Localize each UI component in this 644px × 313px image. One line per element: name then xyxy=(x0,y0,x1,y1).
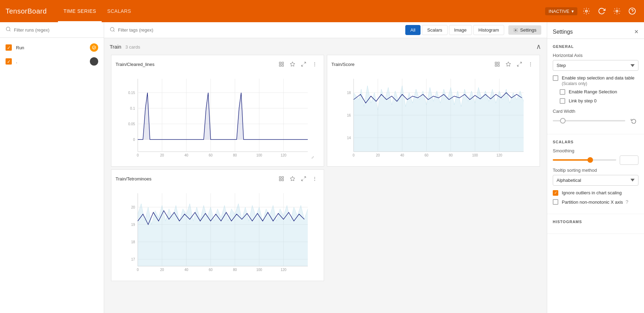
svg-text:20: 20 xyxy=(376,153,380,157)
svg-rect-68 xyxy=(282,179,283,181)
settings-card-width-reset[interactable] xyxy=(629,116,638,126)
svg-text:60: 60 xyxy=(209,153,213,157)
run-item-dot[interactable]: ✓ . xyxy=(0,54,104,68)
svg-text:40: 40 xyxy=(184,153,188,157)
general-settings-icon[interactable] xyxy=(611,5,623,17)
settings-button[interactable]: Settings xyxy=(508,25,541,35)
chart-pin-icon-tetrominoes[interactable] xyxy=(288,174,297,184)
charts-grid: Train/Cleared_lines ⋮ xyxy=(104,53,547,288)
svg-line-13 xyxy=(304,62,306,64)
settings-smoothing-row: 0.6 xyxy=(553,155,638,165)
settings-ignore-outliers-checkbox[interactable]: ✓ xyxy=(553,190,558,196)
settings-smoothing-slider[interactable] xyxy=(553,159,616,161)
settings-smoothing-value-input[interactable]: 0.6 xyxy=(620,155,638,165)
settings-enable-range-checkbox[interactable] xyxy=(560,89,565,95)
chart-title-score: Train/Score xyxy=(331,62,492,67)
filter-tabs: All Scalars Image Histogram xyxy=(405,25,504,35)
svg-rect-69 xyxy=(279,179,281,181)
refresh-icon[interactable] xyxy=(595,5,608,17)
run-item-run[interactable]: ✓ Run xyxy=(0,41,104,54)
tab-histogram[interactable]: Histogram xyxy=(473,25,504,35)
chart-more-icon-tetrominoes[interactable]: ⋮ xyxy=(310,174,320,184)
chart-more-icon-score[interactable]: ⋮ xyxy=(526,59,535,69)
settings-link-step-row: Link by step 0 xyxy=(560,98,638,104)
charts-wrapper: Train 3 cards ∧ Train/Cleared_lines xyxy=(104,38,547,313)
settings-panel-title: Settings xyxy=(553,29,573,35)
svg-text:18: 18 xyxy=(347,91,351,95)
tab-image[interactable]: Image xyxy=(449,25,472,35)
chart-fit-icon-tetrominoes[interactable] xyxy=(277,174,286,184)
run-checkbox-run[interactable]: ✓ xyxy=(6,44,12,51)
svg-rect-9 xyxy=(279,62,281,64)
settings-general-section: GENERAL Horizontal Axis Step Relative Wa… xyxy=(547,39,644,134)
svg-text:60: 60 xyxy=(209,268,213,272)
svg-text:120: 120 xyxy=(281,268,287,272)
settings-enable-step-checkbox[interactable] xyxy=(553,75,558,81)
chart-card-cleared-lines: Train/Cleared_lines ⋮ xyxy=(111,55,324,167)
svg-text:40: 40 xyxy=(184,268,188,272)
svg-rect-11 xyxy=(282,65,283,66)
svg-text:0.15: 0.15 xyxy=(128,91,135,95)
chart-svg-cleared-lines: 0.15 0.1 0.05 0 0 20 40 60 80 100 120 xyxy=(116,72,320,162)
chart-fit-icon-score[interactable] xyxy=(492,59,502,69)
chart-fullscreen-icon[interactable] xyxy=(299,59,308,69)
nav-scalars[interactable]: SCALARS xyxy=(102,0,137,22)
chart-svg-tetrominoes: 20 19 18 17 0 20 40 60 80 100 120 xyxy=(116,186,320,277)
chart-card-tetrominoes: Train/Tetrominoes ⋮ xyxy=(111,169,324,281)
svg-text:100: 100 xyxy=(256,153,262,157)
svg-text:80: 80 xyxy=(233,268,237,272)
svg-text:19: 19 xyxy=(131,223,135,227)
svg-line-43 xyxy=(520,62,522,64)
topbar: TensorBoard TIME SERIES SCALARS INACTIVE… xyxy=(0,0,644,22)
settings-ignore-outliers-row: ✓ Ignore outliers in chart scaling xyxy=(553,190,638,196)
settings-tooltip-sort-select[interactable]: Alphabetical Ascending Descending None xyxy=(553,175,638,186)
status-selector[interactable]: INACTIVE ▾ xyxy=(545,7,577,15)
settings-enable-step-sublabel: (Scalars only) xyxy=(562,81,635,86)
svg-text:0: 0 xyxy=(137,153,139,157)
run-checkbox-dot[interactable]: ✓ xyxy=(6,58,12,65)
topbar-nav: TIME SERIES SCALARS xyxy=(58,0,137,22)
chart-pin-icon-score[interactable] xyxy=(503,59,513,69)
chart-card-header-score: Train/Score ⋮ xyxy=(331,59,535,69)
filter-bar: All Scalars Image Histogram Settings xyxy=(104,22,547,38)
settings-general-title: GENERAL xyxy=(553,44,638,49)
chart-pin-icon[interactable] xyxy=(288,59,297,69)
filter-tags-input[interactable] xyxy=(118,27,401,33)
svg-rect-66 xyxy=(279,177,281,178)
svg-text:0: 0 xyxy=(137,268,139,272)
settings-card-width-row xyxy=(553,116,638,126)
chart-more-icon[interactable]: ⋮ xyxy=(310,59,320,69)
svg-text:100: 100 xyxy=(256,268,262,272)
tab-all[interactable]: All xyxy=(405,25,421,35)
run-label-run: Run xyxy=(16,45,86,50)
settings-panel-header: Settings × xyxy=(547,22,644,39)
nav-time-series[interactable]: TIME SERIES xyxy=(58,0,102,22)
settings-partition-help-icon[interactable]: ? xyxy=(626,199,628,205)
settings-horizontal-axis-select[interactable]: Step Relative Wall xyxy=(553,60,638,71)
settings-partition-checkbox[interactable] xyxy=(553,199,558,205)
svg-text:14: 14 xyxy=(347,136,351,140)
svg-text:16: 16 xyxy=(347,113,351,117)
tab-scalars[interactable]: Scalars xyxy=(422,25,447,35)
section-collapse-icon[interactable]: ∧ xyxy=(536,42,541,51)
settings-partition-row: Partition non-monotonic X axis ? xyxy=(553,199,638,206)
sidebar-search-icon xyxy=(6,26,11,33)
svg-text:0: 0 xyxy=(133,138,135,142)
sidebar-search-input[interactable] xyxy=(14,27,98,33)
run-color-dot xyxy=(90,57,98,66)
svg-text:100: 100 xyxy=(472,153,478,157)
settings-close-button[interactable]: × xyxy=(634,28,638,36)
chart-fit-icon[interactable] xyxy=(277,59,286,69)
section-header: Train 3 cards ∧ xyxy=(104,38,547,53)
chart-fullscreen-icon-tetrominoes[interactable] xyxy=(299,174,308,184)
settings-card-width-slider[interactable] xyxy=(553,120,625,121)
help-icon[interactable] xyxy=(626,5,638,17)
chart-fullscreen-icon-score[interactable] xyxy=(515,59,524,69)
svg-line-70 xyxy=(304,177,306,178)
plugin-settings-icon[interactable] xyxy=(580,5,593,17)
settings-link-step-checkbox[interactable] xyxy=(560,98,565,104)
settings-histograms-section: HISTOGRAMS xyxy=(547,214,644,234)
settings-horizontal-axis-label: Horizontal Axis xyxy=(553,53,638,58)
svg-point-6 xyxy=(110,27,114,31)
content-area: All Scalars Image Histogram Settings Tra… xyxy=(104,22,547,313)
